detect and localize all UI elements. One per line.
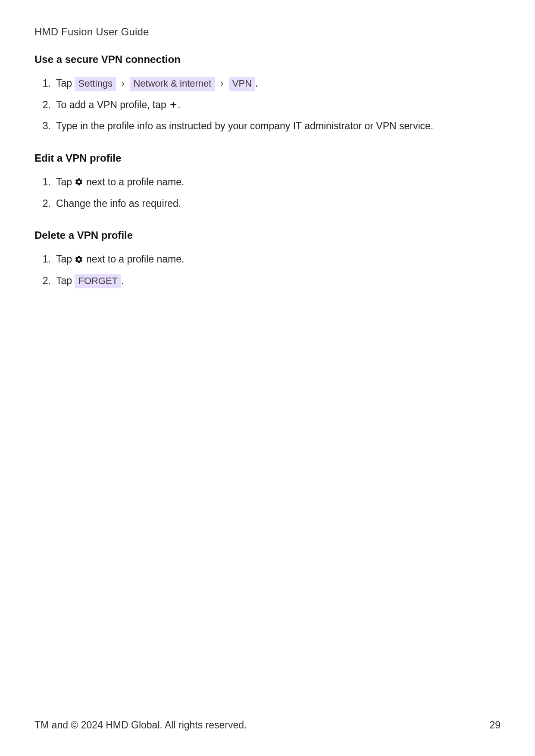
steps-use-vpn: 1. Tap Settings › Network & internet › V… [34, 76, 501, 134]
step-item: 3. Type in the profile info as instructe… [39, 119, 501, 134]
step-number: 2. [39, 97, 51, 113]
settings-chip: Settings [75, 77, 116, 91]
step-text: next to a profile name. [86, 253, 185, 265]
step-body: To add a VPN profile, tap . [56, 97, 501, 113]
step-body: Tap next to a profile name. [56, 252, 501, 267]
step-item: 2. To add a VPN profile, tap . [39, 97, 501, 113]
step-item: 1. Tap next to a profile name. [39, 252, 501, 267]
step-text: Type in the profile info as instructed b… [56, 119, 501, 134]
breadcrumb-separator: › [119, 78, 127, 89]
page-footer: TM and © 2024 HMD Global. All rights res… [34, 719, 501, 731]
step-item: 1. Tap Settings › Network & internet › V… [39, 76, 501, 91]
section-heading-use-vpn: Use a secure VPN connection [34, 53, 501, 66]
step-item: 2. Change the info as required. [39, 196, 501, 212]
document-page: HMD Fusion User Guide Use a secure VPN c… [0, 0, 535, 756]
vpn-chip: VPN [229, 77, 255, 91]
footer-copyright: TM and © 2024 HMD Global. All rights res… [34, 719, 247, 731]
section-heading-delete-vpn: Delete a VPN profile [34, 229, 501, 241]
step-number: 1. [39, 175, 51, 190]
breadcrumb-separator: › [218, 78, 226, 89]
plus-icon [169, 100, 178, 109]
forget-chip: FORGET [75, 274, 121, 289]
step-text: . [121, 275, 124, 286]
gear-icon [75, 255, 83, 264]
gear-icon [75, 178, 83, 186]
step-text: To add a VPN profile, tap [56, 99, 169, 110]
step-text: next to a profile name. [86, 176, 185, 187]
step-number: 1. [39, 252, 51, 267]
step-text: Tap [56, 78, 75, 89]
footer-page-number: 29 [489, 719, 501, 731]
step-body: Tap next to a profile name. [56, 175, 501, 190]
document-title: HMD Fusion User Guide [34, 26, 501, 38]
steps-delete-vpn: 1. Tap next to a profile name. 2. Tap FO… [34, 252, 501, 288]
step-number: 1. [39, 76, 51, 91]
step-text: Tap [56, 176, 75, 187]
step-text: Tap [56, 253, 75, 265]
network-internet-chip: Network & internet [130, 77, 215, 91]
step-text: . [178, 99, 180, 110]
step-number: 2. [39, 196, 51, 212]
steps-edit-vpn: 1. Tap next to a profile name. 2. Change… [34, 175, 501, 211]
step-number: 2. [39, 273, 51, 289]
section-heading-edit-vpn: Edit a VPN profile [34, 152, 501, 164]
step-number: 3. [39, 119, 51, 134]
step-text: Change the info as required. [56, 196, 501, 212]
step-body: Tap Settings › Network & internet › VPN. [56, 76, 501, 91]
step-item: 2. Tap FORGET. [39, 273, 501, 289]
step-text: Tap [56, 275, 75, 286]
step-text: . [255, 78, 258, 89]
step-item: 1. Tap next to a profile name. [39, 175, 501, 190]
step-body: Tap FORGET. [56, 273, 501, 289]
